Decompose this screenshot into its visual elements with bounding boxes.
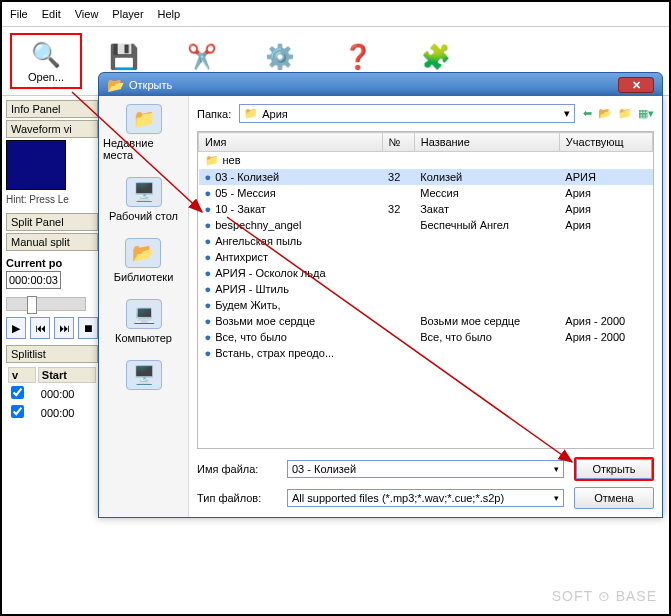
folder-combo[interactable]: 📁 Ария ▾: [239, 104, 575, 123]
gear-icon: ⚙️: [264, 41, 296, 73]
col-artist[interactable]: Участвующ: [559, 133, 652, 152]
menu-view[interactable]: View: [75, 8, 99, 20]
menubar: File Edit View Player Help: [2, 2, 669, 27]
stop-button[interactable]: ⏹: [78, 317, 98, 339]
dialog-titlebar[interactable]: 📂 Открыть ✕: [98, 72, 663, 97]
hint-text: Hint: Press Le: [6, 194, 98, 205]
split-row[interactable]: 000:00: [8, 385, 96, 402]
play-button[interactable]: ▶: [6, 317, 26, 339]
col-no[interactable]: №: [382, 133, 414, 152]
file-list[interactable]: Имя № Название Участвующ 📁нев●03 - Колиз…: [197, 131, 654, 449]
sidebar-libraries[interactable]: 📂Библиотеки: [114, 238, 174, 283]
split-panel-label: Split Panel: [6, 213, 98, 231]
audio-file-icon: ●: [205, 187, 212, 199]
manual-split-label: Manual split: [6, 233, 98, 251]
sidebar-desktop[interactable]: 🖥️Рабочий стол: [109, 177, 178, 222]
prev-button[interactable]: ⏮: [30, 317, 50, 339]
sidebar-recent[interactable]: 📁Недавние места: [103, 104, 184, 161]
dialog-title: Открыть: [129, 79, 172, 91]
split-check[interactable]: [11, 386, 24, 399]
audio-file-icon: ●: [205, 315, 212, 327]
chevron-down-icon: ▾: [564, 107, 570, 120]
menu-player[interactable]: Player: [112, 8, 143, 20]
desktop-icon: 🖥️: [126, 177, 162, 207]
library-icon: 📂: [125, 238, 161, 268]
monitor-icon: 🖥️: [126, 360, 162, 390]
left-panel: Info Panel Waveform vi Hint: Press Le Sp…: [2, 96, 102, 427]
folder-icon: 📁: [244, 107, 258, 120]
dialog-icon: 📂: [107, 77, 123, 93]
file-row[interactable]: ●03 - Колизей32КолизейАРИЯ: [199, 169, 653, 185]
close-button[interactable]: ✕: [618, 77, 654, 93]
current-pos-label: Current po: [6, 257, 98, 269]
file-row[interactable]: ●05 - МессияМессияАрия: [199, 185, 653, 201]
audio-file-icon: ●: [205, 203, 212, 215]
audio-file-icon: ●: [205, 219, 212, 231]
audio-file-icon: ●: [205, 251, 212, 263]
audio-file-icon: ●: [205, 331, 212, 343]
file-row[interactable]: ●10 - Закат32ЗакатАрия: [199, 201, 653, 217]
sidebar-network[interactable]: 🖥️: [126, 360, 162, 390]
file-row[interactable]: ●Антихрист: [199, 249, 653, 265]
menu-help[interactable]: Help: [158, 8, 181, 20]
scissors-icon: ✂️: [186, 41, 218, 73]
chevron-down-icon: ▾: [554, 464, 559, 474]
folder-icon: 📁: [205, 154, 219, 166]
question-icon: ❓: [342, 41, 374, 73]
floppy-icon: 💾: [108, 41, 140, 73]
split-row[interactable]: 000:00: [8, 404, 96, 421]
slider-thumb[interactable]: [27, 296, 37, 314]
audio-file-icon: ●: [205, 283, 212, 295]
computer-icon: 💻: [126, 299, 162, 329]
audio-file-icon: ●: [205, 347, 212, 359]
menu-file[interactable]: File: [10, 8, 28, 20]
file-row[interactable]: ●Будем Жить,: [199, 297, 653, 313]
col-title[interactable]: Название: [414, 133, 559, 152]
audio-file-icon: ●: [205, 267, 212, 279]
split-check[interactable]: [11, 405, 24, 418]
audio-file-icon: ●: [205, 299, 212, 311]
folder-icon: 📁: [126, 104, 162, 134]
col-name[interactable]: Имя: [199, 133, 383, 152]
file-row[interactable]: ●Все, что былоВсе, что былоАрия - 2000: [199, 329, 653, 345]
waveform-display: [6, 140, 66, 190]
file-row[interactable]: ●Возьми мое сердцеВозьми мое сердцеАрия …: [199, 313, 653, 329]
player-controls: ▶ ⏮ ⏭ ⏹: [6, 317, 98, 339]
info-panel-label: Info Panel: [6, 100, 98, 118]
newfolder-icon[interactable]: 📁: [618, 107, 632, 120]
dialog-sidebar: 📁Недавние места 🖥️Рабочий стол 📂Библиоте…: [99, 96, 189, 517]
file-row[interactable]: ●bespechny_angelБеспечный АнгелАрия: [199, 217, 653, 233]
sidebar-computer[interactable]: 💻Компьютер: [115, 299, 172, 344]
file-row[interactable]: ●Встань, страх преодо...: [199, 345, 653, 361]
filetype-label: Тип файлов:: [197, 492, 277, 504]
open-dialog: 📁Недавние места 🖥️Рабочий стол 📂Библиоте…: [98, 96, 663, 518]
folder-label: Папка:: [197, 108, 231, 120]
current-time: 000:00:03: [6, 271, 61, 289]
splitlist-label: Splitlist: [6, 345, 98, 363]
magnifier-icon: 🔍: [30, 39, 62, 71]
file-row[interactable]: 📁нев: [199, 152, 653, 170]
next-button[interactable]: ⏭: [54, 317, 74, 339]
waveform-label: Waveform vi: [6, 120, 98, 138]
filetype-combo[interactable]: All supported files (*.mp3;*.wav;*.cue;*…: [287, 489, 564, 507]
file-row[interactable]: ●АРИЯ - Осколок льда: [199, 265, 653, 281]
audio-file-icon: ●: [205, 235, 212, 247]
splitlist: Splitlist vStart 000:00 000:00: [6, 345, 98, 423]
filename-label: Имя файла:: [197, 463, 277, 475]
dialog-open-button[interactable]: Открыть: [574, 457, 654, 481]
puzzle-icon: 🧩: [420, 41, 452, 73]
audio-file-icon: ●: [205, 171, 212, 183]
chevron-down-icon: ▾: [554, 493, 559, 503]
file-row[interactable]: ●АРИЯ - Штиль: [199, 281, 653, 297]
menu-edit[interactable]: Edit: [42, 8, 61, 20]
dialog-cancel-button[interactable]: Отмена: [574, 487, 654, 509]
views-icon[interactable]: ▦▾: [638, 107, 654, 120]
open-button[interactable]: 🔍Open...: [10, 33, 82, 89]
filename-combo[interactable]: 03 - Колизей▾: [287, 460, 564, 478]
position-slider[interactable]: [6, 297, 86, 311]
up-icon[interactable]: 📂: [598, 107, 612, 120]
watermark: SOFT ⊙ BASE: [552, 588, 657, 604]
file-row[interactable]: ●Ангельская пыль: [199, 233, 653, 249]
back-icon[interactable]: ⬅: [583, 107, 592, 120]
